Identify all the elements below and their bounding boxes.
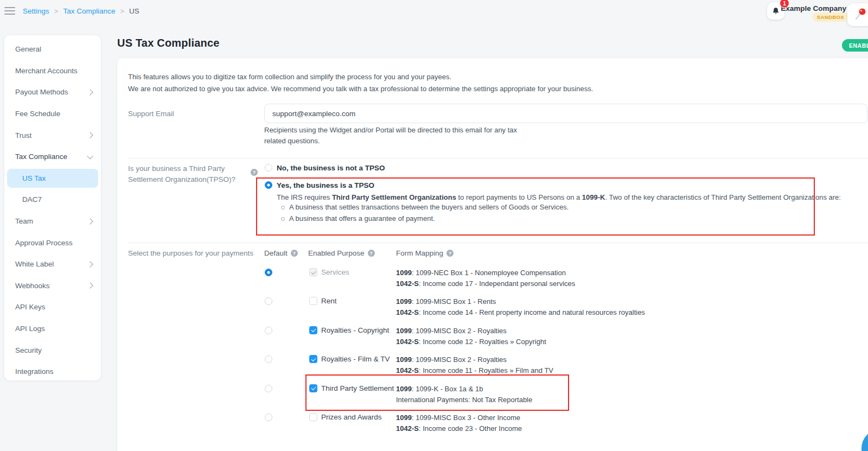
purpose-label: Royalties - Copyright bbox=[321, 326, 389, 334]
form-mapping-text: : 1099-K - Box 1a & 1b bbox=[412, 385, 483, 393]
tpso-bullet-text: A business that settles transactions bet… bbox=[289, 203, 569, 211]
breadcrumb: Settings>Tax Compliance>US bbox=[23, 7, 139, 15]
sidebar-item-tax-compliance[interactable]: Tax Compliance bbox=[4, 146, 101, 168]
avatar[interactable] bbox=[847, 3, 868, 26]
tpso-no-radio[interactable] bbox=[265, 164, 272, 171]
divider bbox=[128, 158, 868, 158]
sidebar-item-label: General bbox=[15, 45, 41, 53]
form-mapping-prefix: 1099 bbox=[396, 385, 412, 393]
form-mapping: 1099: 1099-NEC Box 1 - Nonemployee Compe… bbox=[396, 268, 575, 289]
breadcrumb-item-settings[interactable]: Settings bbox=[23, 7, 49, 15]
form-mapping-prefix: 1099 bbox=[396, 297, 412, 306]
tpso-question-line-2: Settlement Organization(TPSO)? bbox=[128, 174, 235, 185]
purpose-checkbox-royalties-copyright[interactable] bbox=[309, 326, 317, 334]
chevron-right-icon bbox=[87, 218, 93, 224]
sidebar-item-merchant-accounts[interactable]: Merchant Accounts bbox=[4, 60, 101, 82]
form-mapping-line: 1042-S: Income code 23 - Other Income bbox=[396, 423, 522, 434]
form-mapping-prefix: 1099 bbox=[396, 355, 412, 364]
default-radio-royalties-copyright[interactable] bbox=[265, 327, 272, 334]
help-icon[interactable]: ? bbox=[446, 250, 454, 257]
help-icon[interactable]: ? bbox=[251, 169, 258, 176]
tpso-desc-text: to report payments to US Persons on a bbox=[456, 193, 582, 201]
purpose-checkbox-royalties-film-tv[interactable] bbox=[309, 355, 317, 363]
sidebar-item-label: DAC7 bbox=[22, 195, 42, 204]
form-mapping-line: 1042-S: Income code 17 - Independant per… bbox=[396, 278, 575, 289]
form-mapping: 1099: 1099-MISC Box 2 - Royalties1042-S:… bbox=[396, 354, 553, 376]
column-header-label: Form Mapping bbox=[396, 249, 443, 257]
sidebar-item-integrations[interactable]: Integrations bbox=[4, 361, 101, 383]
tpso-desc-text: The IRS requires bbox=[277, 193, 332, 201]
purpose-label: Services bbox=[321, 268, 349, 276]
form-mapping-line: 1042-S: Income code 12 - Royalties » Cop… bbox=[396, 336, 546, 347]
sidebar-item-webhooks[interactable]: Webhooks bbox=[4, 275, 101, 297]
sidebar-item-api-logs[interactable]: API Logs bbox=[4, 318, 101, 340]
purpose-label: Third Party Settlement bbox=[321, 384, 394, 392]
default-radio-third-party-settlement[interactable] bbox=[265, 385, 272, 392]
tpso-no-label[interactable]: No, the business is not a TPSO bbox=[277, 164, 385, 172]
default-radio-royalties-film-tv[interactable] bbox=[265, 355, 272, 363]
sidebar-item-us-tax[interactable]: US Tax bbox=[7, 169, 98, 188]
default-radio-services[interactable] bbox=[265, 269, 272, 276]
form-mapping-prefix: 1042-S bbox=[396, 338, 419, 346]
tpso-yes-radio[interactable] bbox=[265, 181, 272, 189]
sidebar-item-general[interactable]: General bbox=[4, 39, 101, 60]
settings-sidebar: GeneralMerchant AccountsPayout MethodsFe… bbox=[4, 35, 101, 380]
default-radio-rent[interactable] bbox=[265, 297, 272, 305]
sidebar-item-label: API Keys bbox=[15, 303, 46, 311]
purpose-row-royalties-copyright: Royalties - Copyright1099: 1099-MISC Box… bbox=[117, 326, 868, 354]
sidebar-item-security[interactable]: Security bbox=[4, 339, 101, 361]
support-email-help-text: Recipients using the Widget and/or Porta… bbox=[264, 125, 538, 146]
purpose-checkbox-third-party-settlement[interactable] bbox=[309, 384, 317, 392]
sidebar-item-fee-schedule[interactable]: Fee Schedule bbox=[4, 103, 101, 125]
form-mapping-line: 1099: 1099-MISC Box 3 - Other Income bbox=[396, 412, 522, 423]
sidebar-item-label: Webhooks bbox=[15, 282, 50, 290]
tpso-yes-label[interactable]: Yes, the business is a TPSO bbox=[277, 181, 374, 189]
form-mapping-line: International Payments: Not Tax Reportab… bbox=[396, 395, 532, 405]
help-icon[interactable]: ? bbox=[291, 250, 298, 257]
form-mapping-prefix: International Payments bbox=[396, 396, 468, 404]
sidebar-item-label: Team bbox=[15, 217, 33, 225]
sidebar-item-white-label[interactable]: White Label bbox=[4, 253, 101, 275]
purpose-row-rent: Rent1099: 1099-MISC Box 1 - Rents1042-S:… bbox=[117, 296, 868, 325]
form-mapping-line: 1099: 1099-K - Box 1a & 1b bbox=[396, 384, 532, 395]
purposes-label: Select the purposes for your payments bbox=[128, 249, 253, 257]
menu-icon[interactable] bbox=[4, 7, 15, 15]
sidebar-item-label: Approval Process bbox=[15, 239, 73, 247]
column-header-label: Default bbox=[264, 249, 288, 257]
form-mapping-prefix: 1042-S bbox=[396, 308, 419, 316]
purpose-label: Rent bbox=[321, 297, 337, 305]
default-radio-prizes-and-awards[interactable] bbox=[265, 414, 272, 421]
breadcrumb-item-tax-compliance[interactable]: Tax Compliance bbox=[63, 7, 115, 15]
form-mapping: 1099: 1099-K - Box 1a & 1bInternational … bbox=[396, 384, 532, 405]
support-email-input[interactable]: support@exampleco.com bbox=[264, 104, 867, 123]
purpose-row-royalties-film-tv: Royalties - Film & TV1099: 1099-MISC Box… bbox=[117, 354, 868, 383]
sidebar-item-dac7[interactable]: DAC7 bbox=[4, 189, 101, 211]
purpose-checkbox-prizes-and-awards[interactable] bbox=[309, 413, 317, 421]
sidebar-item-payout-methods[interactable]: Payout Methods bbox=[4, 81, 101, 103]
sidebar-item-approval-process[interactable]: Approval Process bbox=[4, 232, 101, 253]
tpso-question-label: Is your business a Third Party Settlemen… bbox=[128, 163, 235, 185]
tpso-desc-bold: Third Party Settlement Organizations bbox=[332, 193, 456, 201]
purpose-checkbox-rent[interactable] bbox=[309, 297, 317, 305]
sidebar-item-trust[interactable]: Trust bbox=[4, 124, 101, 146]
sidebar-item-label: API Logs bbox=[15, 325, 45, 333]
help-icon[interactable]: ? bbox=[368, 250, 375, 257]
purpose-row-third-party-settlement: Third Party Settlement1099: 1099-K - Box… bbox=[117, 384, 868, 412]
form-mapping-text: : 1099-MISC Box 1 - Rents bbox=[412, 297, 496, 306]
bullet-icon bbox=[281, 217, 285, 221]
form-mapping-prefix: 1099 bbox=[396, 414, 412, 422]
form-mapping-text: : Not Tax Reportable bbox=[468, 396, 532, 404]
sidebar-item-api-keys[interactable]: API Keys bbox=[4, 296, 101, 318]
form-mapping-line: 1042-S: Income code 14 - Rent property i… bbox=[396, 307, 645, 318]
sidebar-item-label: Integrations bbox=[15, 367, 54, 376]
sidebar-item-label: Merchant Accounts bbox=[15, 67, 78, 75]
chevron-right-icon bbox=[87, 283, 93, 289]
tpso-desc-bold: 1099-K bbox=[582, 193, 605, 201]
tpso-bullet: A business that settles transactions bet… bbox=[281, 203, 569, 211]
column-header-default: Default ? bbox=[264, 249, 298, 257]
sidebar-item-team[interactable]: Team bbox=[4, 211, 101, 232]
form-mapping-prefix: 1099 bbox=[396, 269, 412, 277]
form-mapping-text: : Income code 14 - Rent property income … bbox=[419, 308, 645, 316]
sidebar-item-label: Fee Schedule bbox=[15, 110, 60, 118]
purpose-row-services: Services1099: 1099-NEC Box 1 - Nonemploy… bbox=[117, 268, 868, 296]
